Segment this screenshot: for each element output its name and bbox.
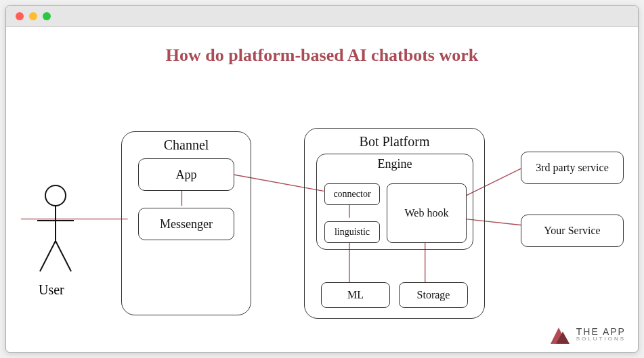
third-party-box: 3rd party service: [521, 152, 624, 184]
linguistic-label: linguistic: [335, 227, 370, 238]
brand-logo: THE APP SOLUTIONS: [551, 325, 626, 344]
svg-point-8: [45, 185, 66, 206]
brand-logo-icon: [551, 325, 570, 344]
your-service-box: Your Service: [521, 215, 624, 247]
connector-box: connector: [324, 183, 380, 205]
messenger-label: Messenger: [160, 217, 213, 231]
webhook-label: Web hook: [405, 207, 449, 219]
connector-label: connector: [333, 189, 370, 200]
svg-line-12: [56, 241, 71, 271]
messenger-box: Messenger: [138, 208, 234, 240]
window-titlebar: [6, 6, 638, 27]
linguistic-box: linguistic: [324, 221, 380, 243]
user-label: User: [39, 282, 64, 298]
brand-name-line1: THE APP: [576, 327, 626, 336]
webhook-box: Web hook: [387, 183, 467, 243]
ml-label: ML: [347, 289, 364, 301]
app-label: App: [176, 168, 197, 182]
brand-name-line2: SOLUTIONS: [576, 336, 626, 342]
ml-box: ML: [321, 282, 390, 308]
close-icon[interactable]: [16, 12, 24, 20]
your-service-label: Your Service: [544, 225, 600, 237]
user-icon: [32, 183, 79, 278]
bot-platform-title: Bot Platform: [305, 134, 484, 150]
minimize-icon[interactable]: [29, 12, 37, 20]
channel-title: Channel: [122, 137, 251, 153]
engine-title: Engine: [317, 157, 473, 171]
third-party-label: 3rd party service: [536, 162, 609, 174]
app-window: How do platform-based AI chatbots work: [5, 5, 639, 353]
svg-line-11: [40, 241, 56, 271]
app-box: App: [138, 158, 234, 191]
maximize-icon[interactable]: [43, 12, 51, 20]
storage-label: Storage: [417, 289, 450, 301]
diagram-canvas: How do platform-based AI chatbots work: [6, 26, 638, 352]
page-title: How do platform-based AI chatbots work: [6, 45, 638, 66]
storage-box: Storage: [399, 282, 468, 308]
